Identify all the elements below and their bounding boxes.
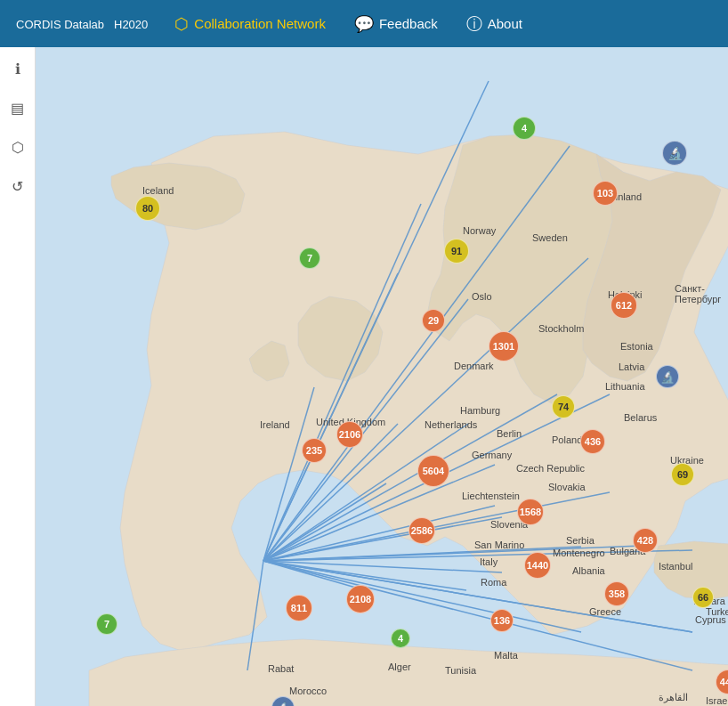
node-235[interactable]: 235 <box>302 438 327 463</box>
node-7-west[interactable]: 7 <box>96 613 117 635</box>
node-358[interactable]: 358 <box>604 581 629 606</box>
node-1440[interactable]: 1440 <box>524 552 551 579</box>
map-container[interactable]: Iceland Finland Sweden Norway Oslo Stock… <box>36 47 728 706</box>
node-428[interactable]: 428 <box>633 528 658 553</box>
node-4-south[interactable]: 4 <box>391 629 410 648</box>
node-2106[interactable]: 2106 <box>336 421 363 448</box>
node-612[interactable]: 612 <box>611 292 637 319</box>
nav-label-feedback: Feedback <box>379 16 438 31</box>
nav-collaboration-network[interactable]: ⬡ Collaboration Network <box>162 9 338 39</box>
node-80-iceland[interactable]: 80 <box>135 196 160 221</box>
node-436[interactable]: 436 <box>580 429 605 454</box>
node-7-mid[interactable]: 7 <box>299 248 320 269</box>
node-1568[interactable]: 1568 <box>517 499 544 525</box>
main-content: ℹ ▤ ⬡ ↺ <box>0 47 728 706</box>
node-136[interactable]: 136 <box>490 609 514 632</box>
reset-button[interactable]: ↺ <box>5 174 30 199</box>
node-69[interactable]: 69 <box>671 463 694 486</box>
node-2108[interactable]: 2108 <box>346 585 375 613</box>
main-nav: ⬡ Collaboration Network 💬 Feedback ⓘ Abo… <box>162 8 535 40</box>
network-icon: ⬡ <box>174 14 189 34</box>
node-74[interactable]: 74 <box>552 395 575 418</box>
version-badge: H2020 <box>114 18 148 31</box>
node-4-north[interactable]: 4 <box>513 117 536 140</box>
node-icon-east[interactable]: 🔬 <box>656 365 679 388</box>
sidebar: ℹ ▤ ⬡ ↺ <box>0 47 36 706</box>
map-svg <box>36 47 728 706</box>
nav-about[interactable]: ⓘ About <box>454 8 535 40</box>
list-button[interactable]: ▤ <box>5 95 30 120</box>
info-button[interactable]: ℹ <box>5 56 30 81</box>
network-button[interactable]: ⬡ <box>5 134 30 159</box>
feedback-icon: 💬 <box>354 14 374 34</box>
node-103-finland[interactable]: 103 <box>593 181 618 206</box>
nav-label-network: Collaboration Network <box>194 16 326 31</box>
brand-logo: CORDIS Datalab H2020 <box>11 14 148 33</box>
node-1301[interactable]: 1301 <box>489 331 519 361</box>
node-29[interactable]: 29 <box>422 309 445 332</box>
header: CORDIS Datalab H2020 ⬡ Collaboration Net… <box>0 0 728 47</box>
node-2586[interactable]: 2586 <box>408 517 435 544</box>
node-icon-north[interactable]: 🔬 <box>662 141 687 166</box>
nav-label-about: About <box>488 16 522 31</box>
nav-feedback[interactable]: 💬 Feedback <box>342 9 450 39</box>
brand-name: CORDIS Datalab <box>16 18 104 31</box>
about-icon: ⓘ <box>466 13 482 35</box>
node-811-hub[interactable]: 811 <box>286 595 312 621</box>
node-91[interactable]: 91 <box>444 239 469 264</box>
node-66[interactable]: 66 <box>692 587 714 608</box>
node-5604[interactable]: 5604 <box>417 455 449 487</box>
